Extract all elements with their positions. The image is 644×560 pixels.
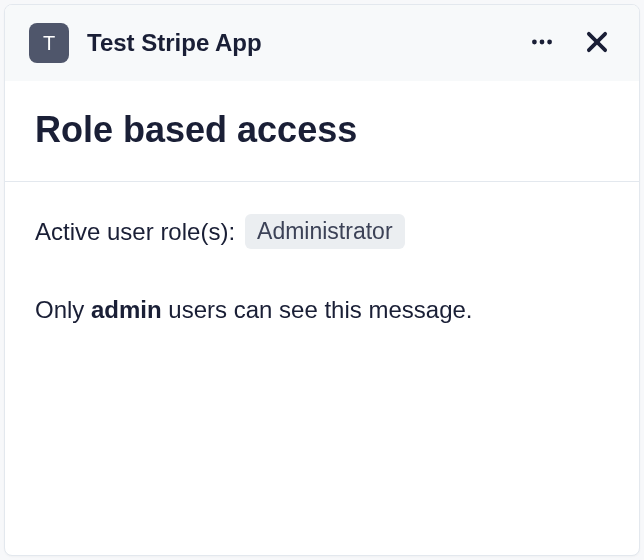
close-button[interactable] xyxy=(579,24,615,63)
app-icon-letter: T xyxy=(43,32,55,55)
svg-point-1 xyxy=(540,39,545,44)
window-header: T Test Stripe App xyxy=(5,5,639,81)
role-label: Active user role(s): xyxy=(35,218,235,246)
message-bold: admin xyxy=(91,296,162,323)
more-icon xyxy=(529,29,555,58)
svg-point-0 xyxy=(532,39,537,44)
content: Active user role(s): Administrator Only … xyxy=(5,182,639,359)
header-actions xyxy=(525,24,615,63)
role-badge: Administrator xyxy=(245,214,404,249)
page-title: Role based access xyxy=(35,109,609,151)
close-icon xyxy=(583,28,611,59)
app-title: Test Stripe App xyxy=(87,29,525,57)
role-line: Active user role(s): Administrator xyxy=(35,214,609,249)
app-window: T Test Stripe App xyxy=(4,4,640,556)
message-prefix: Only xyxy=(35,296,91,323)
more-button[interactable] xyxy=(525,25,559,62)
title-section: Role based access xyxy=(5,81,639,182)
svg-point-2 xyxy=(547,39,552,44)
admin-message: Only admin users can see this message. xyxy=(35,293,609,327)
app-icon: T xyxy=(29,23,69,63)
message-suffix: users can see this message. xyxy=(162,296,473,323)
